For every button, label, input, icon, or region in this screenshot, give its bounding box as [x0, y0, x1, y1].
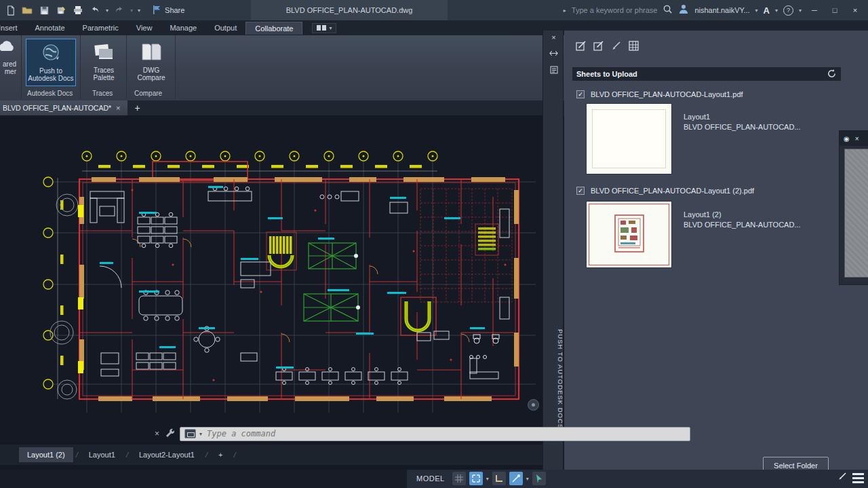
share-button[interactable]: Share: [152, 5, 184, 16]
status-bar-right: [837, 472, 864, 484]
mini-palette-target-icon[interactable]: ◉: [844, 135, 850, 143]
edit-sheet-icon[interactable]: [575, 40, 587, 54]
minimize-button[interactable]: ─: [807, 6, 822, 14]
polar-tracking-icon[interactable]: [509, 472, 523, 485]
tab-view[interactable]: View: [127, 22, 161, 34]
autocad-window: ▾ ▾ ▾ Share BLVD OFFICE_PLAN-AUTOCAD.dwg…: [0, 0, 868, 488]
share-icon: [152, 5, 162, 16]
panel-name-compare[interactable]: Compare: [134, 90, 162, 97]
sheet-row-1[interactable]: ✓ BLVD OFFICE_PLAN-AUTOCAD-Layout1.pdf: [576, 90, 743, 98]
redo-caret-icon[interactable]: ▾: [130, 7, 133, 14]
isolate-objects-icon[interactable]: [837, 472, 847, 484]
sheet-1-label: Layout1 BLVD OFFICE_PLAN-AUTOCAD...: [684, 112, 801, 132]
drawing-tab-active[interactable]: BLVD OFFICE_PLAN-AUTOCAD* ×: [0, 100, 127, 115]
palette-title-strip: × PUSH TO AUTODESK DOCS: [542, 31, 564, 470]
tab-insert[interactable]: Insert: [0, 22, 26, 34]
model-space-button[interactable]: MODEL: [412, 472, 449, 485]
mini-palette-close-icon[interactable]: ×: [855, 135, 859, 143]
qat-customize-caret-icon[interactable]: ▾: [138, 7, 140, 14]
user-menu-caret-icon[interactable]: ▾: [755, 7, 758, 14]
close-button[interactable]: ×: [848, 6, 863, 14]
dwg-compare-button[interactable]: DWG Compare: [130, 39, 172, 86]
customization-menu-icon[interactable]: [852, 473, 864, 483]
sheet-1-checkbox[interactable]: ✓: [576, 90, 585, 98]
osnap-cursor-icon[interactable]: [532, 472, 546, 485]
open-file-icon[interactable]: [21, 4, 33, 16]
search-icon[interactable]: [663, 4, 673, 17]
pen-icon[interactable]: [610, 40, 622, 54]
palette-properties-icon[interactable]: [543, 66, 564, 75]
sheet-2-drawing-name: BLVD OFFICE_PLAN-AUTOCAD...: [684, 220, 801, 230]
command-icon[interactable]: [184, 429, 196, 438]
layout-tab-layout1-2[interactable]: Layout1 (2): [19, 447, 73, 462]
user-name[interactable]: nishant.naikVY...: [694, 6, 749, 14]
user-avatar-icon[interactable]: [678, 3, 689, 17]
new-file-icon[interactable]: [4, 4, 16, 16]
polar-caret-icon[interactable]: ▾: [526, 476, 529, 482]
save-icon[interactable]: [38, 4, 50, 16]
sheet-2-thumbnail[interactable]: [587, 202, 671, 267]
mini-palette-preview: [844, 149, 868, 278]
tab-manage[interactable]: Manage: [161, 22, 205, 34]
drawing-tab-close-icon[interactable]: ×: [116, 104, 120, 112]
search-input[interactable]: Type a keyword or phrase: [572, 6, 658, 14]
new-layout-button[interactable]: +: [210, 447, 231, 462]
grid-display-icon[interactable]: [452, 472, 466, 485]
sheet-row-2[interactable]: ✓ BLVD OFFICE_PLAN-AUTOCAD-Layout1 (2).p…: [576, 187, 754, 195]
clipped-button-icon: [0, 39, 16, 60]
command-input[interactable]: [205, 428, 686, 439]
command-close-icon[interactable]: ×: [155, 429, 159, 438]
undo-icon[interactable]: [89, 4, 101, 16]
sheet-2-layout-name: Layout1 (2): [684, 210, 801, 220]
help-icon[interactable]: ?: [783, 5, 793, 16]
layout-tab-layout1[interactable]: Layout1: [81, 447, 123, 462]
traces-palette-button[interactable]: Traces Palette: [84, 39, 123, 86]
snap-mode-icon[interactable]: [469, 472, 483, 485]
edit-sheet-alt-icon[interactable]: [593, 40, 604, 54]
drawing-canvas[interactable]: [0, 115, 542, 470]
drawing-tab-title: BLVD OFFICE_PLAN-AUTOCAD*: [3, 104, 111, 112]
app-store-icon[interactable]: A: [764, 5, 770, 16]
app-store-caret-icon[interactable]: ▾: [775, 7, 778, 14]
tab-annotate[interactable]: Annotate: [26, 22, 74, 34]
panel-name-autodesk-docs[interactable]: Autodesk Docs: [27, 90, 73, 97]
push-to-autodesk-docs-button[interactable]: Push to Autodesk Docs: [26, 39, 76, 86]
sheet-2-filename: BLVD OFFICE_PLAN-AUTOCAD-Layout1 (2).pdf: [591, 187, 754, 195]
sheet-list-icon[interactable]: [628, 40, 639, 54]
snap-caret-icon[interactable]: ▾: [486, 476, 489, 482]
panel-name-traces[interactable]: Traces: [92, 90, 113, 97]
document-title: BLVD OFFICE_PLAN-AUTOCAD.dwg: [251, 0, 448, 20]
plot-icon[interactable]: [72, 4, 84, 16]
tab-parametric[interactable]: Parametric: [74, 22, 127, 34]
save-as-icon[interactable]: [55, 4, 67, 16]
ribbon-display-toggle[interactable]: ▾: [312, 23, 336, 33]
command-input-field[interactable]: ▾: [180, 427, 690, 441]
refresh-icon[interactable]: [827, 69, 837, 80]
redo-icon[interactable]: [113, 4, 125, 16]
ribbon-display-icon: [317, 25, 326, 31]
search-type-caret-icon[interactable]: ▸: [564, 7, 566, 14]
clipped-share-button[interactable]: ared mer: [0, 39, 18, 86]
layout-separator: /: [123, 451, 131, 459]
sheet-1-drawing-name: BLVD OFFICE_PLAN-AUTOCAD...: [684, 122, 801, 132]
palette-close-icon[interactable]: ×: [543, 33, 564, 41]
help-caret-icon[interactable]: ▾: [799, 7, 802, 14]
ribbon-display-caret-icon: ▾: [329, 25, 332, 31]
palette-vertical-title[interactable]: PUSH TO AUTODESK DOCS: [543, 329, 564, 429]
layout-separator: /: [231, 451, 238, 459]
sheet-1-thumbnail[interactable]: [587, 104, 671, 174]
navigation-badge-icon[interactable]: [528, 399, 539, 411]
undo-caret-icon[interactable]: ▾: [106, 7, 108, 14]
new-drawing-tab-button[interactable]: +: [127, 100, 148, 115]
tab-output[interactable]: Output: [205, 22, 245, 34]
sheet-2-checkbox[interactable]: ✓: [576, 187, 585, 195]
status-bar-left: [0, 470, 407, 488]
ortho-mode-icon[interactable]: [492, 472, 506, 485]
restore-button[interactable]: □: [827, 6, 842, 14]
customize-wrench-icon[interactable]: [165, 428, 174, 440]
command-caret-icon[interactable]: ▾: [199, 431, 202, 437]
layout-tab-layout2-layout1[interactable]: Layout2-Layout1: [131, 447, 203, 462]
palette-autohide-icon[interactable]: [543, 50, 564, 58]
tab-collaborate[interactable]: Collaborate: [245, 22, 302, 35]
sheet-1-page: [592, 109, 666, 168]
